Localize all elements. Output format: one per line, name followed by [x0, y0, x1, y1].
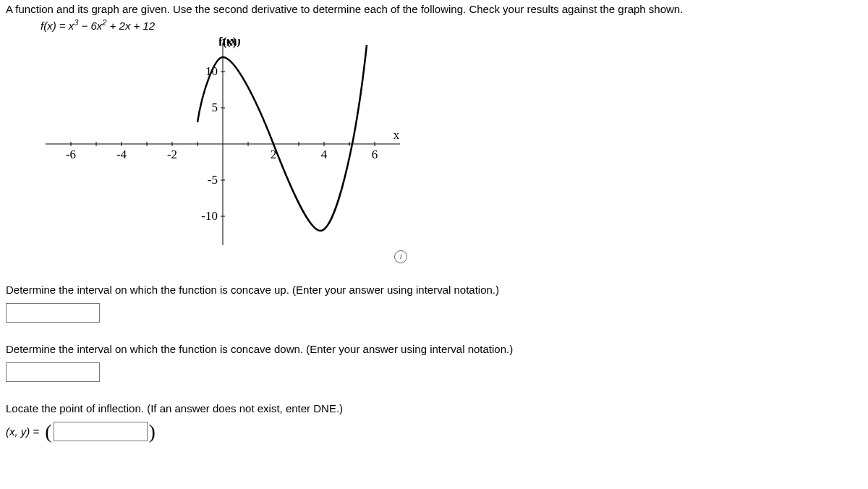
svg-text:x: x: [393, 128, 400, 142]
q1-block: Determine the interval on which the func…: [6, 284, 862, 323]
function-graph: -6 -4 -2 2 4 6 10 5 -5 -10 x: [6, 39, 407, 256]
svg-text:6: 6: [372, 148, 378, 161]
svg-text:-10: -10: [201, 209, 218, 223]
q3-input[interactable]: [54, 422, 148, 441]
open-paren: (: [43, 424, 53, 440]
close-paren: ): [148, 424, 157, 440]
svg-text:-4: -4: [116, 148, 127, 161]
function-equation: f(x) = x3 − 6x2 + 2x + 12: [41, 18, 862, 32]
q1-input[interactable]: [6, 303, 100, 323]
q2-block: Determine the interval on which the func…: [6, 343, 862, 382]
info-icon[interactable]: i: [394, 250, 407, 263]
problem-instructions: A function and its graph are given. Use …: [6, 3, 862, 15]
q1-prompt: Determine the interval on which the func…: [6, 284, 862, 296]
svg-text:4: 4: [321, 148, 328, 161]
svg-text:-2: -2: [167, 148, 177, 161]
graph-container: -6 -4 -2 2 4 6 10 5 -5 -10 x: [6, 39, 407, 263]
y-axis-label: f(x): [218, 35, 237, 49]
svg-text:-6: -6: [66, 148, 76, 161]
q2-prompt: Determine the interval on which the func…: [6, 343, 862, 355]
q3-block: Locate the point of inflection. (If an a…: [6, 402, 862, 441]
svg-text:5: 5: [212, 101, 218, 114]
svg-text:-5: -5: [208, 173, 218, 187]
q2-input[interactable]: [6, 362, 100, 382]
q3-prompt: Locate the point of inflection. (If an a…: [6, 402, 862, 414]
q3-label: (x, y) =: [6, 425, 39, 438]
